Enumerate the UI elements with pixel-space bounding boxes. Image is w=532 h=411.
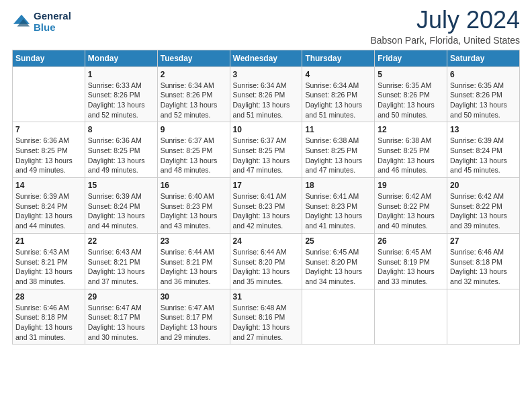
calendar-cell: 17Sunrise: 6:41 AMSunset: 8:23 PMDayligh… xyxy=(230,178,302,234)
day-number: 3 xyxy=(233,70,300,79)
day-info: Sunrise: 6:47 AMSunset: 8:17 PMDaylight:… xyxy=(161,303,227,342)
day-number: 8 xyxy=(88,125,154,134)
day-info: Sunrise: 6:39 AMSunset: 8:24 PMDaylight:… xyxy=(88,191,154,231)
day-info: Sunrise: 6:36 AMSunset: 8:25 PMDaylight:… xyxy=(88,136,154,175)
day-number: 10 xyxy=(233,125,300,134)
calendar-cell: 16Sunrise: 6:40 AMSunset: 8:23 PMDayligh… xyxy=(157,178,230,234)
title-location: Babson Park, Florida, United States xyxy=(370,35,520,46)
calendar-cell: 23Sunrise: 6:44 AMSunset: 8:21 PMDayligh… xyxy=(157,233,230,289)
day-number: 15 xyxy=(88,181,154,190)
logo-icon xyxy=(12,13,31,32)
calendar-cell: 18Sunrise: 6:41 AMSunset: 8:23 PMDayligh… xyxy=(302,178,375,234)
calendar-cell: 6Sunrise: 6:35 AMSunset: 8:26 PMDaylight… xyxy=(447,66,520,122)
day-number: 18 xyxy=(305,181,371,190)
day-info: Sunrise: 6:41 AMSunset: 8:23 PMDaylight:… xyxy=(305,191,371,231)
day-info: Sunrise: 6:47 AMSunset: 8:17 PMDaylight:… xyxy=(88,303,154,342)
calendar-table: SundayMondayTuesdayWednesdayThursdayFrid… xyxy=(12,50,520,345)
day-info: Sunrise: 6:45 AMSunset: 8:20 PMDaylight:… xyxy=(305,247,371,287)
day-info: Sunrise: 6:34 AMSunset: 8:26 PMDaylight:… xyxy=(305,81,371,120)
calendar-cell: 10Sunrise: 6:37 AMSunset: 8:25 PMDayligh… xyxy=(230,122,302,178)
calendar-cell: 20Sunrise: 6:42 AMSunset: 8:22 PMDayligh… xyxy=(447,178,520,234)
day-number: 1 xyxy=(88,70,154,79)
day-number: 9 xyxy=(161,125,227,134)
logo-blue: Blue xyxy=(34,22,71,34)
day-number: 11 xyxy=(305,125,371,134)
day-number: 4 xyxy=(305,70,371,79)
day-number: 21 xyxy=(15,236,82,246)
day-number: 17 xyxy=(233,181,300,190)
calendar-cell xyxy=(13,66,85,122)
day-info: Sunrise: 6:42 AMSunset: 8:22 PMDaylight:… xyxy=(450,191,517,231)
calendar-cell: 28Sunrise: 6:46 AMSunset: 8:18 PMDayligh… xyxy=(13,289,85,345)
title-block: July 2024 Babson Park, Florida, United S… xyxy=(370,7,520,46)
day-info: Sunrise: 6:40 AMSunset: 8:23 PMDaylight:… xyxy=(161,191,227,231)
day-info: Sunrise: 6:41 AMSunset: 8:23 PMDaylight:… xyxy=(233,191,300,231)
day-number: 27 xyxy=(450,236,517,246)
day-info: Sunrise: 6:37 AMSunset: 8:25 PMDaylight:… xyxy=(161,136,227,175)
day-info: Sunrise: 6:34 AMSunset: 8:26 PMDaylight:… xyxy=(161,81,227,120)
page: General Blue July 2024 Babson Park, Flor… xyxy=(0,0,532,411)
calendar-cell: 25Sunrise: 6:45 AMSunset: 8:20 PMDayligh… xyxy=(302,233,375,289)
day-number: 30 xyxy=(161,292,227,302)
week-row-3: 14Sunrise: 6:39 AMSunset: 8:24 PMDayligh… xyxy=(13,178,520,234)
day-number: 12 xyxy=(378,125,444,134)
calendar-cell: 1Sunrise: 6:33 AMSunset: 8:26 PMDaylight… xyxy=(85,66,157,122)
day-info: Sunrise: 6:46 AMSunset: 8:18 PMDaylight:… xyxy=(450,247,517,287)
day-info: Sunrise: 6:46 AMSunset: 8:18 PMDaylight:… xyxy=(15,303,82,342)
calendar-cell: 4Sunrise: 6:34 AMSunset: 8:26 PMDaylight… xyxy=(302,66,375,122)
header-day-tuesday: Tuesday xyxy=(157,50,230,66)
day-number: 24 xyxy=(233,236,300,246)
logo-text: General Blue xyxy=(34,11,71,33)
day-info: Sunrise: 6:37 AMSunset: 8:25 PMDaylight:… xyxy=(233,136,300,175)
day-number: 7 xyxy=(15,125,82,134)
header-row: SundayMondayTuesdayWednesdayThursdayFrid… xyxy=(13,50,520,66)
header-day-monday: Monday xyxy=(85,50,157,66)
calendar-cell: 27Sunrise: 6:46 AMSunset: 8:18 PMDayligh… xyxy=(447,233,520,289)
calendar-cell: 15Sunrise: 6:39 AMSunset: 8:24 PMDayligh… xyxy=(85,178,157,234)
day-info: Sunrise: 6:43 AMSunset: 8:21 PMDaylight:… xyxy=(15,247,82,287)
day-number: 31 xyxy=(233,292,300,302)
calendar-cell: 11Sunrise: 6:38 AMSunset: 8:25 PMDayligh… xyxy=(302,122,375,178)
calendar-cell xyxy=(375,289,447,345)
calendar-cell: 13Sunrise: 6:39 AMSunset: 8:24 PMDayligh… xyxy=(447,122,520,178)
header-day-thursday: Thursday xyxy=(302,50,375,66)
calendar-cell: 24Sunrise: 6:44 AMSunset: 8:20 PMDayligh… xyxy=(230,233,302,289)
day-number: 13 xyxy=(450,125,517,134)
calendar-cell: 9Sunrise: 6:37 AMSunset: 8:25 PMDaylight… xyxy=(157,122,230,178)
day-info: Sunrise: 6:36 AMSunset: 8:25 PMDaylight:… xyxy=(15,136,82,175)
calendar-cell: 7Sunrise: 6:36 AMSunset: 8:25 PMDaylight… xyxy=(13,122,85,178)
header-day-wednesday: Wednesday xyxy=(230,50,302,66)
calendar-cell: 5Sunrise: 6:35 AMSunset: 8:26 PMDaylight… xyxy=(375,66,447,122)
day-number: 26 xyxy=(378,236,444,246)
day-info: Sunrise: 6:33 AMSunset: 8:26 PMDaylight:… xyxy=(88,81,154,120)
day-info: Sunrise: 6:35 AMSunset: 8:26 PMDaylight:… xyxy=(450,81,517,120)
day-number: 23 xyxy=(161,236,227,246)
header-day-saturday: Saturday xyxy=(447,50,520,66)
day-info: Sunrise: 6:39 AMSunset: 8:24 PMDaylight:… xyxy=(450,136,517,175)
day-info: Sunrise: 6:48 AMSunset: 8:16 PMDaylight:… xyxy=(233,303,300,342)
calendar-cell: 3Sunrise: 6:34 AMSunset: 8:26 PMDaylight… xyxy=(230,66,302,122)
calendar-cell: 31Sunrise: 6:48 AMSunset: 8:16 PMDayligh… xyxy=(230,289,302,345)
day-info: Sunrise: 6:44 AMSunset: 8:21 PMDaylight:… xyxy=(161,247,227,287)
header-day-sunday: Sunday xyxy=(13,50,85,66)
calendar-cell: 26Sunrise: 6:45 AMSunset: 8:19 PMDayligh… xyxy=(375,233,447,289)
day-number: 2 xyxy=(161,70,227,79)
day-info: Sunrise: 6:44 AMSunset: 8:20 PMDaylight:… xyxy=(233,247,300,287)
calendar-cell: 22Sunrise: 6:43 AMSunset: 8:21 PMDayligh… xyxy=(85,233,157,289)
header: General Blue July 2024 Babson Park, Flor… xyxy=(12,7,520,46)
calendar-cell: 8Sunrise: 6:36 AMSunset: 8:25 PMDaylight… xyxy=(85,122,157,178)
day-number: 28 xyxy=(15,292,82,302)
header-day-friday: Friday xyxy=(375,50,447,66)
day-number: 20 xyxy=(450,181,517,190)
week-row-1: 1Sunrise: 6:33 AMSunset: 8:26 PMDaylight… xyxy=(13,66,520,122)
calendar-cell: 30Sunrise: 6:47 AMSunset: 8:17 PMDayligh… xyxy=(157,289,230,345)
day-info: Sunrise: 6:43 AMSunset: 8:21 PMDaylight:… xyxy=(88,247,154,287)
day-number: 6 xyxy=(450,70,517,79)
day-info: Sunrise: 6:34 AMSunset: 8:26 PMDaylight:… xyxy=(233,81,300,120)
calendar-cell: 12Sunrise: 6:38 AMSunset: 8:25 PMDayligh… xyxy=(375,122,447,178)
day-info: Sunrise: 6:38 AMSunset: 8:25 PMDaylight:… xyxy=(378,136,444,175)
calendar-cell xyxy=(302,289,375,345)
day-info: Sunrise: 6:42 AMSunset: 8:22 PMDaylight:… xyxy=(378,191,444,231)
day-number: 16 xyxy=(161,181,227,190)
day-number: 25 xyxy=(305,236,371,246)
